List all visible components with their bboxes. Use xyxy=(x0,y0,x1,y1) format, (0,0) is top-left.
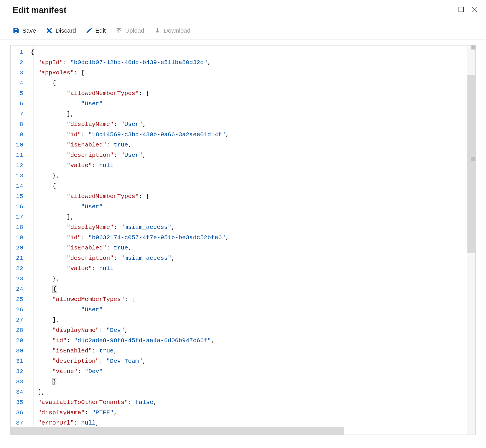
toolbar: Save Discard Edit Upload Download xyxy=(0,22,486,39)
download-label: Download xyxy=(164,27,190,34)
save-button[interactable]: Save xyxy=(13,27,36,34)
vertical-scrollbar[interactable] xyxy=(467,45,475,435)
close-icon[interactable] xyxy=(471,6,477,14)
edit-label: Edit xyxy=(95,27,106,34)
code-editor[interactable]: 1234567891011121314151617181920212223242… xyxy=(10,45,476,435)
svg-rect-0 xyxy=(459,7,464,12)
code-content[interactable]: { "appId": "b0dc1b07-12bd-46dc-b439-e511… xyxy=(28,45,475,435)
upload-button: Upload xyxy=(115,27,144,34)
line-numbers: 1234567891011121314151617181920212223242… xyxy=(11,45,28,435)
horizontal-scrollbar[interactable] xyxy=(11,427,467,435)
edit-button[interactable]: Edit xyxy=(86,27,106,34)
upload-label: Upload xyxy=(125,27,144,34)
discard-label: Discard xyxy=(56,27,76,34)
page-title: Edit manifest xyxy=(13,5,66,15)
maximize-icon[interactable] xyxy=(458,6,464,14)
save-label: Save xyxy=(22,27,36,34)
scrollbar-thumb-h[interactable] xyxy=(11,427,344,435)
discard-button[interactable]: Discard xyxy=(46,27,76,34)
download-button: Download xyxy=(154,27,190,34)
scrollbar-thumb[interactable] xyxy=(467,75,475,253)
